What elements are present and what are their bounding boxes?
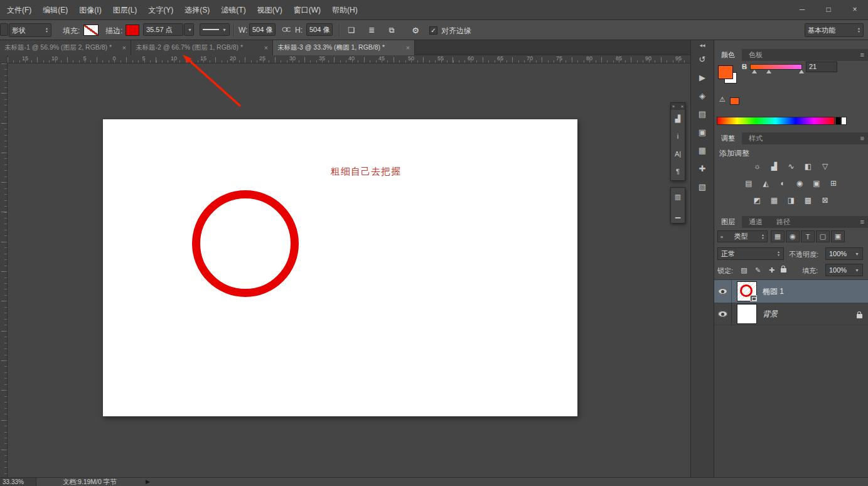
- filter-pixel-layers-icon[interactable]: ▦: [771, 230, 785, 242]
- lock-position-icon[interactable]: ✚: [767, 265, 776, 275]
- channel-slider[interactable]: [750, 64, 802, 70]
- document-tab[interactable]: 未标题-1 @ 56.9% (图层 2, RGB/8) * ×: [0, 40, 131, 55]
- align-edges-checkbox[interactable]: ✓: [429, 26, 437, 35]
- ramp-black-swatch[interactable]: [835, 117, 841, 125]
- fill-select[interactable]: 100% ▼: [825, 264, 863, 276]
- foreground-color-swatch[interactable]: [718, 65, 733, 79]
- menu-item[interactable]: 编辑(E): [37, 0, 73, 20]
- fill-swatch[interactable]: [83, 24, 99, 36]
- menu-item[interactable]: 文件(F): [1, 0, 37, 20]
- tool-preset-picker[interactable]: [0, 23, 8, 36]
- visibility-toggle[interactable]: [714, 280, 732, 303]
- invert-icon[interactable]: ◩: [751, 195, 764, 206]
- notes-panel-icon[interactable]: ▟: [671, 110, 685, 127]
- color-lookup-icon[interactable]: ⊞: [827, 178, 840, 189]
- path-alignment-button[interactable]: ≣: [364, 23, 379, 38]
- menu-item[interactable]: 文字(Y): [142, 0, 179, 20]
- gear-button[interactable]: ⚙: [408, 23, 423, 38]
- channel-slider-handle[interactable]: [752, 67, 757, 73]
- panel-tab[interactable]: 颜色: [714, 49, 742, 61]
- panel-tab[interactable]: 通道: [742, 216, 769, 228]
- close-button[interactable]: ×: [847, 3, 863, 16]
- lock-all-icon[interactable]: [781, 268, 786, 273]
- gamut-color-swatch[interactable]: [730, 97, 739, 105]
- menu-item[interactable]: 帮助(H): [326, 0, 363, 20]
- shape-height-field[interactable]: 504 像: [306, 23, 333, 36]
- stroke-type-select[interactable]: ▼: [200, 23, 230, 36]
- maximize-button[interactable]: □: [820, 3, 837, 16]
- stroke-swatch[interactable]: [126, 24, 139, 36]
- close-tab-icon[interactable]: ×: [264, 44, 268, 51]
- brightness-contrast-icon[interactable]: ☼: [751, 161, 764, 172]
- stroke-width-field[interactable]: 35.57 点: [143, 23, 183, 36]
- close-tab-icon[interactable]: ×: [122, 44, 126, 51]
- color-balance-icon[interactable]: ◭: [759, 178, 772, 189]
- panel-menu-icon[interactable]: ≡: [860, 51, 864, 58]
- document-tab[interactable]: 未标题-2 @ 66.7% (图层 1, RGB/8) * ×: [131, 40, 273, 55]
- stroke-width-dropdown[interactable]: ▼: [184, 23, 194, 36]
- panel-tab[interactable]: 样式: [742, 132, 769, 144]
- menu-item[interactable]: 图层(L): [107, 0, 143, 20]
- panel-tab[interactable]: 色板: [742, 49, 769, 61]
- filter-adjustment-layers-icon[interactable]: ◉: [786, 230, 800, 242]
- vibrance-icon[interactable]: ▽: [819, 161, 832, 172]
- channel-value-field[interactable]: 21: [806, 62, 837, 72]
- posterize-icon[interactable]: ▦: [768, 195, 781, 206]
- status-options-button[interactable]: ▶: [146, 478, 150, 486]
- layer-filter-type-select[interactable]: ▫ 类型: [717, 230, 768, 242]
- layer-row[interactable]: 椭圆 1: [714, 280, 868, 303]
- horizontal-ruler[interactable]: 1510505101520253035404550556065707580859…: [8, 55, 690, 63]
- selective-color-icon[interactable]: ⊠: [819, 195, 832, 206]
- levels-icon[interactable]: ▟: [768, 161, 781, 172]
- panel-tab[interactable]: 路径: [769, 216, 797, 228]
- workspace-select[interactable]: 基本功能: [805, 23, 864, 37]
- link-dimensions-button[interactable]: [279, 23, 293, 36]
- path-operations-button[interactable]: ❏: [344, 23, 359, 38]
- blend-mode-select[interactable]: 正常: [717, 247, 784, 260]
- close-tab-icon[interactable]: ×: [406, 44, 410, 51]
- clone-source-panel-icon[interactable]: ▣: [691, 123, 714, 141]
- panel-menu-icon[interactable]: ≡: [860, 218, 864, 225]
- paragraph-styles-panel-icon[interactable]: ▧: [691, 178, 714, 196]
- layer-thumbnail[interactable]: [737, 304, 757, 324]
- close-panel-icon[interactable]: ×: [681, 103, 683, 110]
- color-spectrum-ramp[interactable]: [717, 117, 835, 125]
- curves-icon[interactable]: ∿: [785, 161, 798, 172]
- history-panel-icon[interactable]: ↺: [691, 50, 714, 68]
- info-panel-icon[interactable]: i: [671, 127, 685, 145]
- layer-row[interactable]: 背景: [714, 303, 868, 325]
- filter-type-layers-icon[interactable]: T: [801, 230, 815, 242]
- expand-panel-icon[interactable]: »: [672, 103, 675, 110]
- panel-tab[interactable]: 调整: [714, 132, 742, 144]
- swatches-panel-icon[interactable]: ▦: [691, 141, 714, 159]
- path-arrangement-button[interactable]: ⧉: [384, 23, 399, 38]
- styles-panel-icon[interactable]: ◈: [691, 87, 714, 105]
- filter-smart-objects-icon[interactable]: ▣: [831, 230, 845, 242]
- menu-item[interactable]: 图像(I): [73, 0, 107, 20]
- canvas-text[interactable]: 粗细自己去把握: [331, 166, 401, 178]
- menu-item[interactable]: 选择(S): [179, 0, 215, 20]
- menu-item[interactable]: 滤镜(T): [215, 0, 251, 20]
- layer-thumbnail[interactable]: [737, 281, 757, 301]
- character-panel-icon[interactable]: A|: [671, 145, 685, 163]
- red-circle-shape[interactable]: [192, 190, 299, 297]
- lock-transparent-pixels-icon[interactable]: ▨: [739, 265, 749, 275]
- menu-item[interactable]: 视图(V): [252, 0, 288, 20]
- panel-menu-icon[interactable]: ≡: [860, 134, 864, 142]
- document-canvas[interactable]: 粗细自己去把握: [103, 119, 577, 416]
- exposure-icon[interactable]: ◧: [802, 161, 815, 172]
- shape-width-field[interactable]: 504 像: [249, 23, 276, 36]
- vertical-ruler[interactable]: [0, 63, 8, 477]
- minimize-button[interactable]: ─: [794, 3, 810, 16]
- channel-mixer-icon[interactable]: ▣: [810, 178, 823, 189]
- black-white-icon[interactable]: ◐: [776, 178, 789, 189]
- layer-name[interactable]: 椭圆 1: [763, 286, 784, 297]
- character-styles-panel-icon[interactable]: ✚: [691, 159, 714, 178]
- zoom-level-field[interactable]: 33.33%: [0, 478, 36, 486]
- photo-filter-icon[interactable]: ◉: [793, 178, 806, 189]
- lock-image-pixels-icon[interactable]: ✎: [753, 265, 763, 275]
- paragraph-panel-icon[interactable]: ¶: [671, 163, 685, 180]
- tool-mode-select[interactable]: 形状: [9, 23, 51, 37]
- document-tab[interactable]: 未标题-3 @ 33.3% (椭圆 1, RGB/8) * ×: [273, 40, 415, 55]
- gamut-warning-icon[interactable]: ⚠: [719, 95, 726, 104]
